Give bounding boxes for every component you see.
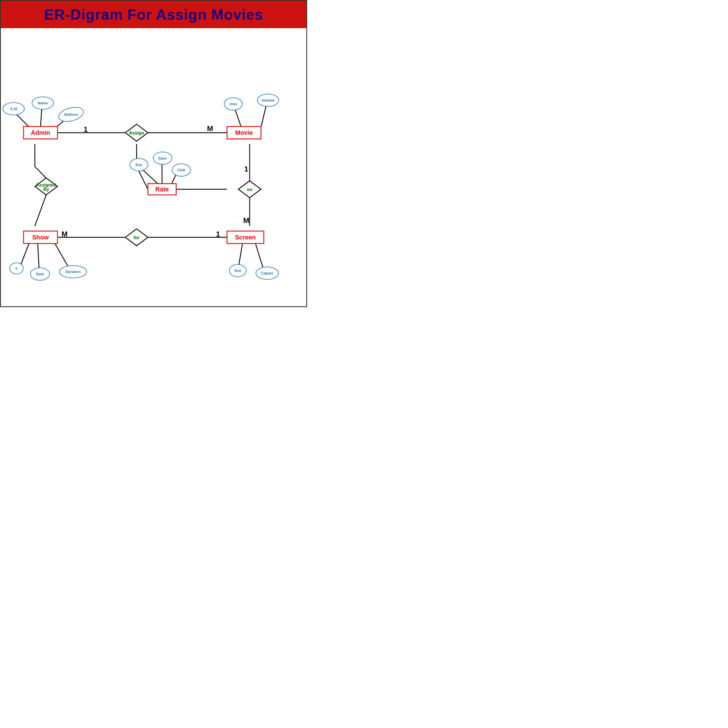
svg-text:Show: Show — [32, 234, 49, 241]
attr-capacity: Capaci — [256, 267, 279, 280]
rel-assigned-by: Assigned By — [35, 178, 58, 195]
entity-screen: Screen — [227, 231, 264, 244]
svg-text:Screen: Screen — [235, 234, 256, 241]
svg-text:mno: mno — [229, 102, 237, 106]
svg-text:Club: Club — [177, 168, 185, 172]
svg-text:mname: mname — [262, 98, 274, 102]
svg-text:Address: Address — [63, 112, 78, 116]
svg-line-24 — [255, 243, 264, 270]
card-screen-for: 1 — [216, 230, 220, 238]
card-admin-assign: 1 — [84, 125, 87, 133]
svg-text:Capaci: Capaci — [261, 271, 273, 275]
attr-date: Date — [31, 268, 50, 280]
attr-mname: mname — [257, 94, 279, 107]
svg-text:A Id: A Id — [10, 107, 17, 111]
entity-rate: Rate — [148, 184, 176, 195]
entity-admin: Admin — [24, 127, 57, 139]
entity-movie: Movie — [227, 127, 261, 139]
svg-text:for: for — [134, 235, 140, 240]
svg-text:Assign: Assign — [129, 130, 144, 135]
attr-stime: e — [10, 263, 23, 274]
svg-text:e: e — [15, 266, 17, 271]
card-movie-on: 1 — [244, 165, 248, 173]
attr-mno: mno — [224, 98, 242, 110]
card-show-for: M — [61, 230, 68, 238]
diagram-area: Admin Movie Rate Show Screen Assign — [1, 28, 306, 305]
svg-line-20 — [20, 243, 29, 266]
svg-text:Name: Name — [38, 101, 48, 105]
attr-aname: Name — [32, 97, 54, 110]
svg-text:Date: Date — [36, 272, 44, 276]
attr-exe: Exe — [130, 158, 148, 171]
svg-text:Admin: Admin — [31, 129, 50, 136]
svg-text:Spec: Spec — [158, 156, 167, 161]
rel-assign: Assign — [125, 124, 148, 141]
rel-for: for — [125, 229, 148, 246]
svg-line-8 — [35, 167, 46, 178]
card-movie-assign: M — [207, 125, 213, 133]
attr-sno: Sno — [229, 265, 246, 277]
header: ER-Digram For Assign Movies — [1, 1, 306, 28]
attr-address: Address — [57, 105, 85, 124]
svg-text:By: By — [43, 187, 49, 192]
entity-show: Show — [24, 231, 57, 244]
svg-text:Duration: Duration — [66, 269, 81, 274]
attr-club: Club — [172, 164, 191, 176]
card-screen-on: M — [243, 216, 249, 224]
svg-text:Movie: Movie — [235, 129, 253, 136]
svg-line-22 — [55, 243, 69, 268]
svg-text:on: on — [247, 187, 252, 192]
attr-duration: Duration — [60, 266, 86, 278]
svg-line-23 — [238, 243, 243, 268]
svg-text:Rate: Rate — [155, 186, 169, 193]
rel-on: on — [238, 181, 261, 198]
svg-line-16 — [261, 104, 267, 127]
svg-text:Sno: Sno — [234, 268, 241, 273]
svg-text:Exe: Exe — [136, 163, 142, 167]
attr-spec: Spec — [153, 152, 172, 164]
page-title: ER-Digram For Assign Movies — [4, 6, 303, 23]
svg-line-21 — [38, 243, 39, 269]
attr-aid: A Id — [3, 102, 24, 115]
svg-line-9 — [35, 195, 46, 226]
